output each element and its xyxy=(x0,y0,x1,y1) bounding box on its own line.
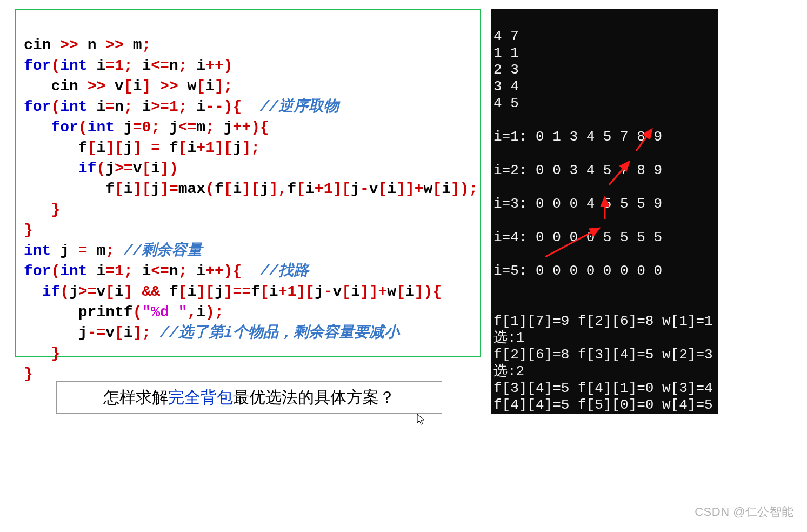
code-line: printf("%d ",i); xyxy=(24,304,224,321)
code-line: } xyxy=(24,345,60,362)
code-line: cin >> v[i] >> w[i]; xyxy=(24,78,233,95)
code-panel: cin >> n >> m; for(int i=1; i<=n; i++) c… xyxy=(15,9,481,357)
code-line: for(int i=n; i>=1; i--){ //逆序取物 xyxy=(24,98,339,115)
dp-row: i=4: 0 0 0 0 5 5 5 5 xyxy=(493,229,662,245)
question-prefix: 怎样求解 xyxy=(103,387,168,409)
code-line: if(j>=v[i] && f[i][j]==f[i+1][j-v[i]]+w[… xyxy=(24,283,442,300)
question-suffix: 最优选法的具体方案？ xyxy=(233,387,395,409)
code-line: for(int i=1; i<=n; i++){ //找路 xyxy=(24,263,309,280)
dp-row: i=2: 0 0 3 4 5 7 8 9 xyxy=(493,162,662,178)
console-panel: 4 7 1 1 2 3 3 4 4 5 i=1: 0 1 3 4 5 7 8 9… xyxy=(491,9,718,414)
code-line: } xyxy=(24,201,60,218)
code-line: f[i][j]=max(f[i][j],f[i+1][j-v[i]]+w[i])… xyxy=(24,181,478,197)
code-line: f[i][j] = f[i+1][j]; xyxy=(24,139,260,156)
code-line: } xyxy=(24,222,33,238)
code-line: for(int j=0; j<=m; j++){ xyxy=(24,119,269,136)
code-line: cin >> n >> m; xyxy=(24,37,151,54)
code-line: } xyxy=(24,365,33,382)
code-line: j-=v[i]; //选了第i个物品，剩余容量要减小 xyxy=(24,324,399,341)
watermark: CSDN @仁公智能 xyxy=(695,504,794,520)
code-line: if(j>=v[i]) xyxy=(24,160,178,177)
question-box: 怎样求解完全背包最优选法的具体方案？ xyxy=(56,381,442,414)
console-input: 4 7 1 1 2 3 3 4 4 5 xyxy=(493,28,519,111)
dp-row: i=5: 0 0 0 0 0 0 0 0 xyxy=(493,263,662,279)
mouse-cursor-icon xyxy=(417,414,425,425)
dp-row: i=1: 0 1 3 4 5 7 8 9 xyxy=(493,129,662,145)
console-trace: f[1][7]=9 f[2][6]=8 w[1]=1 选:1 f[2][6]=8… xyxy=(493,313,713,414)
dp-row: i=3: 0 0 0 4 5 5 5 9 xyxy=(493,196,662,212)
code-line: int j = m; //剩余容量 xyxy=(24,242,203,259)
code-line: for(int i=1; i<=n; i++) xyxy=(24,57,233,74)
question-accent: 完全背包 xyxy=(168,387,233,409)
